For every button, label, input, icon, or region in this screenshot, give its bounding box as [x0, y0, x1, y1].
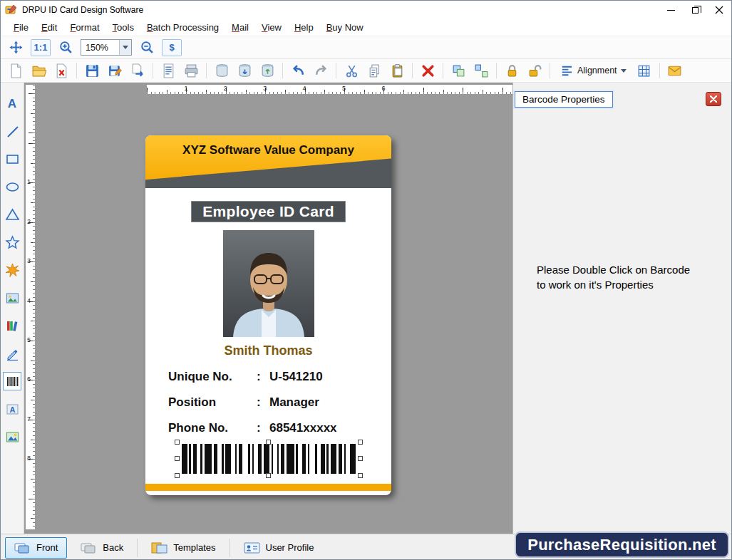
separator	[443, 63, 443, 78]
templates-button[interactable]: Templates	[142, 537, 225, 559]
panel-close-button[interactable]	[706, 92, 721, 106]
save-button[interactable]	[81, 61, 103, 81]
group-button[interactable]	[448, 61, 469, 81]
selection-handle[interactable]	[358, 456, 363, 461]
unlock-button[interactable]	[524, 61, 545, 81]
zoom-dropdown-button[interactable]	[119, 40, 131, 55]
signature-tool[interactable]	[3, 344, 21, 363]
database-restore-button[interactable]	[257, 61, 278, 81]
ungroup-button[interactable]	[470, 61, 492, 81]
undo-button[interactable]	[287, 61, 309, 81]
paste-button[interactable]	[386, 61, 408, 81]
clipart-tool[interactable]	[3, 261, 21, 279]
text-tool[interactable]: A	[3, 94, 21, 113]
page-setup-button[interactable]	[158, 61, 179, 81]
horizontal-ruler-number: 5	[342, 85, 346, 92]
database-connect-button[interactable]	[211, 61, 232, 81]
title-bar: DRPU ID Card Design Software	[1, 1, 731, 19]
menu-file[interactable]: File	[8, 20, 34, 35]
company-name-text[interactable]: XYZ Software Value Company	[145, 143, 391, 157]
new-file-button[interactable]	[5, 61, 26, 81]
rectangle-tool[interactable]	[3, 150, 21, 168]
triangle-tool[interactable]	[3, 205, 21, 224]
front-icon	[14, 541, 31, 555]
selection-handle[interactable]	[358, 440, 363, 445]
currency-button[interactable]: $	[162, 39, 182, 56]
selection-handle[interactable]	[266, 440, 271, 445]
image-tool[interactable]	[3, 289, 21, 307]
employee-photo[interactable]	[223, 229, 314, 338]
photo-tool[interactable]	[3, 427, 21, 446]
employee-name-text[interactable]: Smith Thomas	[145, 343, 391, 358]
menu-edit[interactable]: Edit	[36, 20, 63, 35]
user-profile-button[interactable]: User Profile	[234, 537, 324, 559]
open-file-button[interactable]	[28, 61, 49, 81]
ellipse-tool[interactable]	[3, 177, 21, 196]
field-phone-no[interactable]: Phone No. : 68541xxxxx	[168, 415, 391, 441]
horizontal-ruler: 123456	[147, 85, 512, 94]
barcode-bar	[205, 444, 212, 474]
menu-batch-processing[interactable]: Batch Processing	[141, 20, 225, 35]
cut-button[interactable]	[341, 61, 362, 81]
field-separator: :	[257, 370, 269, 384]
alignment-dropdown[interactable]: Alignment	[555, 61, 632, 80]
selection-handle[interactable]	[175, 473, 180, 478]
field-label: Unique No.	[168, 370, 257, 384]
zoom-in-button[interactable]	[55, 38, 76, 57]
print-button[interactable]	[180, 61, 202, 81]
card-fields: Unique No. : U-541210 Position : Manager…	[145, 364, 391, 441]
card-title-text[interactable]: Employee ID Card	[191, 201, 346, 222]
watermark-tool[interactable]: A	[3, 400, 21, 418]
selection-handle[interactable]	[175, 456, 180, 461]
paste-icon	[390, 63, 405, 78]
export-button[interactable]	[127, 61, 148, 81]
redo-icon	[314, 63, 329, 78]
separator	[496, 63, 497, 78]
new-file-icon	[9, 63, 24, 78]
selection-handle[interactable]	[358, 473, 363, 478]
field-separator: :	[257, 421, 269, 435]
selection-handle[interactable]	[266, 473, 271, 478]
redo-button[interactable]	[310, 61, 331, 81]
menu-mail[interactable]: Mail	[226, 20, 254, 35]
library-tool[interactable]	[3, 316, 21, 335]
menu-help[interactable]: Help	[289, 20, 319, 35]
separator	[137, 539, 138, 557]
close-icon	[715, 6, 723, 14]
grid-button[interactable]	[634, 61, 655, 81]
delete-object-button[interactable]	[417, 61, 438, 81]
photo-icon	[5, 430, 20, 445]
horizontal-ruler-number: 4	[303, 85, 306, 92]
copy-button[interactable]	[364, 61, 385, 81]
menu-buy-now[interactable]: Buy Now	[321, 20, 369, 35]
delete-file-button[interactable]	[51, 61, 72, 81]
restore-button[interactable]	[683, 1, 707, 19]
field-position[interactable]: Position : Manager	[168, 390, 391, 415]
separator	[153, 63, 153, 78]
barcode-object[interactable]	[177, 442, 360, 475]
lock-button[interactable]	[501, 61, 522, 81]
star-tool[interactable]	[3, 233, 21, 252]
actual-size-button[interactable]: 1:1	[31, 39, 51, 56]
close-button[interactable]	[707, 1, 731, 19]
menu-tools[interactable]: Tools	[107, 20, 140, 35]
database-backup-button[interactable]	[234, 61, 255, 81]
minimize-button[interactable]	[659, 1, 683, 19]
front-button[interactable]: Front	[5, 537, 67, 559]
selection-handle[interactable]	[175, 440, 180, 445]
zoom-out-button[interactable]	[136, 38, 158, 57]
email-button[interactable]	[664, 61, 686, 81]
barcode-tool[interactable]	[3, 372, 21, 390]
vertical-ruler-number: 1	[27, 179, 31, 185]
line-tool[interactable]	[3, 122, 21, 140]
id-card[interactable]: XYZ Software Value Company Employee ID C…	[145, 135, 391, 495]
save-as-button[interactable]	[104, 61, 125, 81]
pan-fit-button[interactable]	[5, 38, 26, 57]
zoom-toolbar: 1:1 150% $	[1, 36, 731, 59]
field-unique-no[interactable]: Unique No. : U-541210	[168, 364, 391, 390]
back-button[interactable]: Back	[71, 537, 133, 559]
zoom-level-combobox[interactable]: 150%	[81, 39, 132, 56]
ungroup-icon	[474, 63, 489, 78]
menu-format[interactable]: Format	[64, 20, 105, 35]
menu-view[interactable]: View	[256, 20, 287, 35]
